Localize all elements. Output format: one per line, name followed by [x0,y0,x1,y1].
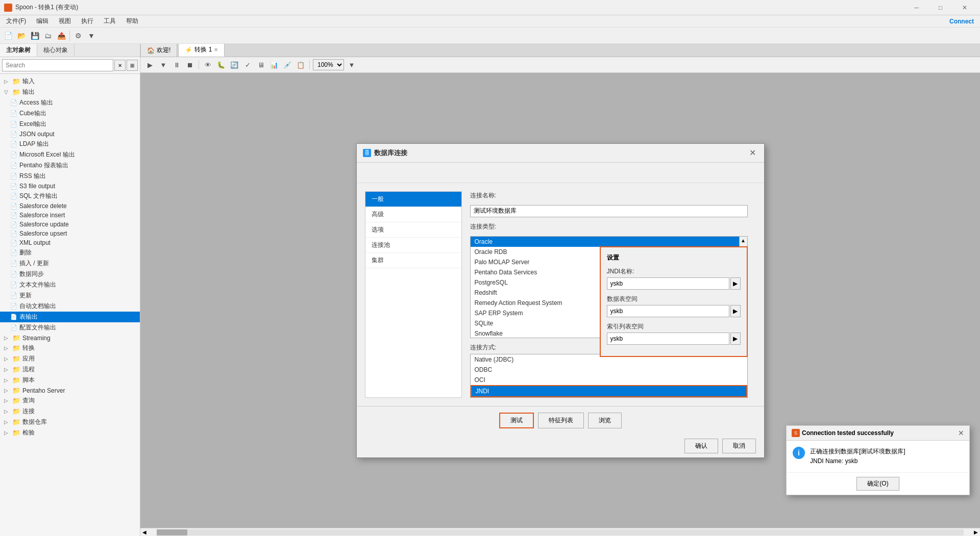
tree-folder-query[interactable]: ▷ 📁 查询 [0,395,140,406]
test-button[interactable]: 测试 [499,413,534,428]
notif-close-button[interactable]: ✕ [958,429,964,437]
index-tablespace-input[interactable] [607,333,729,345]
data-tablespace-input[interactable] [607,305,729,317]
list-item[interactable]: 📄 插入 / 更新 [0,258,140,269]
tree-folder-streaming[interactable]: ▷ 📁 Streaming [0,333,140,343]
list-item[interactable]: 📄 配置文件输出 [0,322,140,333]
scroll-left-btn[interactable]: ◀ [140,529,149,535]
list-item[interactable]: 📄 数据同步 [0,269,140,279]
notif-confirm-button[interactable]: 确定(O) [856,477,899,491]
cancel-button[interactable]: 取消 [722,439,756,453]
list-item[interactable]: 📄 Salesforce delete [0,201,140,211]
tree-folder-script[interactable]: ▷ 📁 脚本 [0,375,140,386]
jndi-name-input[interactable] [607,277,729,290]
menu-edit[interactable]: 编辑 [32,16,53,27]
menu-execute[interactable]: 执行 [77,16,97,27]
settings-btn[interactable]: ⚙ [72,30,84,42]
tab-welcome[interactable]: 🏠 欢迎! [140,44,177,57]
save-all-btn[interactable]: 🗂 [42,30,54,42]
bottom-scrollbar[interactable]: ◀ ▶ [140,528,980,536]
list-item[interactable]: 📄 Salesforce insert [0,211,140,220]
debug-btn[interactable]: 🐛 [215,59,227,70]
zoom-dropdown-btn[interactable]: ▼ [346,59,357,70]
menu-view[interactable]: 视图 [55,16,75,27]
tree-folder-transform[interactable]: ▷ 📁 转换 [0,343,140,353]
list-item[interactable]: 📄 SQL 文件输出 [0,191,140,201]
menu-file[interactable]: 文件(F) [2,16,30,27]
preview-btn[interactable]: 👁 [202,59,213,70]
scroll-thumb[interactable] [157,529,187,535]
check-btn[interactable]: ✓ [242,59,253,70]
confirm-button[interactable]: 确认 [684,439,718,453]
list-item-table-output[interactable]: 📄 表输出 [0,312,140,322]
list-item[interactable]: 📄 Microsoft Excel 输出 [0,149,140,160]
run-btn[interactable]: ▶ [144,59,156,70]
browse-button[interactable]: 浏览 [588,413,622,428]
list-item[interactable]: 📄 XML output [0,238,140,247]
run-dropdown-btn[interactable]: ▼ [158,59,169,70]
monitor-btn[interactable]: 📊 [268,59,280,70]
search-input[interactable] [2,59,113,71]
search-clear-btn[interactable]: ✕ [114,60,126,71]
nav-item-connection-pool[interactable]: 连接池 [365,238,461,253]
list-item[interactable]: 📄 Excel输出 [0,119,140,130]
new-file-btn[interactable]: 📄 [2,30,14,42]
tree-folder-datawarehouse[interactable]: ▷ 📁 数据仓库 [0,417,140,427]
tree-folder-flow[interactable]: ▷ 📁 流程 [0,364,140,375]
tree-folder-output[interactable]: ▽ 📁 输出 [0,87,140,97]
list-item[interactable]: 📄 文本文件输出 [0,279,140,290]
list-item[interactable]: 📄 JSON output [0,130,140,139]
tab-transform1-close[interactable]: ✕ [214,47,218,53]
nav-item-general[interactable]: 一般 [365,192,461,207]
features-button[interactable]: 特征列表 [538,413,584,428]
method-jndi[interactable]: JNDI [471,385,747,397]
tree-folder-connection[interactable]: ▷ 📁 连接 [0,406,140,417]
list-item[interactable]: 📄 Access 输出 [0,97,140,108]
list-item[interactable]: 📄 Cube输出 [0,108,140,119]
list-item[interactable]: 📄 RSS 输出 [0,171,140,182]
inject-btn[interactable]: 💉 [282,59,293,70]
scroll-up-btn[interactable]: ▲ [741,238,746,243]
close-button[interactable]: ✕ [953,0,976,15]
search-options-btn[interactable]: ⊞ [127,60,138,71]
tab-main-objects[interactable]: 主对象树 [0,44,37,57]
list-item[interactable]: 📄 LDAP 输出 [0,139,140,149]
data-tablespace-browse-btn[interactable]: ▶ [730,305,741,317]
tree-folder-pentaho-server[interactable]: ▷ 📁 Pentaho Server [0,386,140,395]
list-item[interactable]: 📄 S3 file output [0,182,140,191]
menu-tools[interactable]: 工具 [100,16,120,27]
list-item[interactable]: 📄 自动文档输出 [0,301,140,312]
dropdown-btn[interactable]: ▼ [85,30,97,42]
list-item[interactable]: 📄 更新 [0,290,140,301]
conn-name-input[interactable] [470,205,748,217]
pause-btn[interactable]: ⏸ [171,59,182,70]
publish-btn[interactable]: 📤 [55,30,67,42]
method-odbc[interactable]: ODBC [471,365,747,375]
show-btn[interactable]: 📋 [295,59,306,70]
tab-transform1[interactable]: ⚡ 转换 1 ✕ [178,44,225,57]
list-item[interactable]: 📄 删除 [0,247,140,258]
menu-help[interactable]: 帮助 [122,16,142,27]
minimize-button[interactable]: ─ [905,0,928,15]
scroll-right-btn[interactable]: ▶ [972,529,980,535]
save-btn[interactable]: 💾 [29,30,41,42]
zoom-select[interactable]: 100% [313,59,344,70]
conn-type-oracle[interactable]: Oracle [471,237,739,247]
nav-item-cluster[interactable]: 集群 [365,253,461,268]
list-item[interactable]: 📄 Salesforce upsert [0,229,140,238]
dialog-close-button[interactable]: ✕ [748,148,758,158]
nav-item-advanced[interactable]: 高级 [365,207,461,222]
method-oci[interactable]: OCI [471,375,747,385]
connect-button[interactable]: Connect [945,17,978,26]
replay-btn[interactable]: 🔄 [229,59,240,70]
index-tablespace-browse-btn[interactable]: ▶ [730,333,741,345]
jndi-name-browse-btn[interactable]: ▶ [730,277,741,290]
list-item[interactable]: 📄 Salesforce update [0,220,140,229]
scroll-track[interactable] [157,529,964,535]
tree-folder-app[interactable]: ▷ 📁 应用 [0,353,140,364]
maximize-button[interactable]: □ [929,0,952,15]
open-btn[interactable]: 📂 [15,30,28,42]
tree-folder-input[interactable]: ▷ 📁 输入 [0,76,140,87]
run-remote-btn[interactable]: 🖥 [255,59,266,70]
tab-core-objects[interactable]: 核心对象 [37,44,75,57]
